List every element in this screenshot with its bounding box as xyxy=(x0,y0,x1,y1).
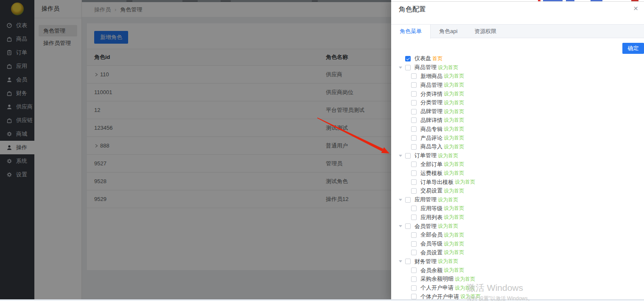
checkbox-unchecked[interactable] xyxy=(411,276,417,282)
checkbox-unchecked[interactable] xyxy=(411,206,417,211)
set-homepage-link[interactable]: 设为首页 xyxy=(444,161,464,168)
set-homepage-link[interactable]: 设为首页 xyxy=(455,276,475,283)
tree-node-label[interactable]: 应用管理 xyxy=(414,196,437,203)
checkbox-checked[interactable] xyxy=(405,56,411,61)
checkbox-unchecked[interactable] xyxy=(411,91,417,97)
checkbox-unchecked[interactable] xyxy=(411,294,417,299)
tree-node-label[interactable]: 会员余额 xyxy=(420,267,442,274)
checkbox-unchecked[interactable] xyxy=(411,268,417,273)
checkbox-unchecked[interactable] xyxy=(411,250,417,255)
set-homepage-link[interactable]: 设为首页 xyxy=(444,99,464,106)
confirm-button[interactable]: 确定 xyxy=(622,43,644,54)
checkbox-unchecked[interactable] xyxy=(411,170,417,176)
checkbox-unchecked[interactable] xyxy=(411,73,417,79)
set-homepage-link[interactable]: 设为首页 xyxy=(455,178,475,186)
set-homepage-link[interactable]: 设为首页 xyxy=(444,108,464,115)
set-homepage-link[interactable]: 设为首页 xyxy=(444,267,464,274)
set-homepage-link[interactable]: 设为首页 xyxy=(438,64,458,71)
checkbox-unchecked[interactable] xyxy=(405,65,411,70)
tree-node-label[interactable]: 采购余额明细 xyxy=(420,275,454,283)
checkbox-unchecked[interactable] xyxy=(411,162,417,167)
tab-3[interactable]: 资源权限 xyxy=(466,25,505,38)
set-homepage-link[interactable]: 设为首页 xyxy=(444,240,464,248)
tree-row: 应用等级设为首页 xyxy=(391,204,644,213)
tree-node-label[interactable]: 订单管理 xyxy=(414,152,437,159)
set-homepage-link[interactable]: 设为首页 xyxy=(444,249,464,256)
set-homepage-link[interactable]: 设为首页 xyxy=(444,125,464,133)
tree-node-label[interactable]: 商品管理 xyxy=(414,64,437,71)
tree-node-label[interactable]: 全部订单 xyxy=(420,161,442,168)
homepage-badge[interactable]: 首页 xyxy=(432,55,442,62)
tree-row: 品牌管理设为首页 xyxy=(391,107,644,116)
tree-row: 商品专辑设为首页 xyxy=(391,125,644,134)
checkbox-unchecked[interactable] xyxy=(411,117,417,123)
set-homepage-link[interactable]: 设为首页 xyxy=(444,170,464,177)
tree-node-label[interactable]: 产品评论 xyxy=(420,134,442,142)
tree-node-label[interactable]: 交易设置 xyxy=(420,187,442,195)
checkbox-unchecked[interactable] xyxy=(405,223,411,229)
set-homepage-link[interactable]: 设为首页 xyxy=(438,258,458,265)
tree-node-label[interactable]: 订单导出模板 xyxy=(420,178,454,186)
tab-2[interactable]: 角色api xyxy=(431,25,466,38)
tree-node-label[interactable]: 会员管理 xyxy=(414,223,437,230)
set-homepage-link[interactable]: 设为首页 xyxy=(444,72,464,80)
checkbox-unchecked[interactable] xyxy=(411,179,417,185)
tree-row: 会员管理设为首页 xyxy=(391,222,644,231)
checkbox-unchecked[interactable] xyxy=(411,285,417,291)
tree-node-label[interactable]: 商品管理 xyxy=(420,81,442,89)
set-homepage-link[interactable]: 设为首页 xyxy=(444,214,464,221)
tree-node-label[interactable]: 新增商品 xyxy=(420,72,442,80)
set-homepage-link[interactable]: 设为首页 xyxy=(444,134,464,142)
checkbox-unchecked[interactable] xyxy=(411,109,417,114)
tree-node-label[interactable]: 商品专辑 xyxy=(420,125,442,133)
checkbox-unchecked[interactable] xyxy=(405,259,411,264)
checkbox-unchecked[interactable] xyxy=(405,197,411,203)
checkbox-unchecked[interactable] xyxy=(411,144,417,150)
checkbox-unchecked[interactable] xyxy=(411,241,417,247)
tree-node-label[interactable]: 运费模板 xyxy=(420,170,442,177)
tree-node-label[interactable]: 分类详情 xyxy=(420,90,442,98)
tree-node-label[interactable]: 会员等级 xyxy=(420,240,442,248)
tree-node-label[interactable]: 应用列表 xyxy=(420,214,442,221)
set-homepage-link[interactable]: 设为首页 xyxy=(438,152,458,159)
drawer-mask[interactable] xyxy=(0,0,391,301)
tree-node-label[interactable]: 全部会员 xyxy=(420,231,442,239)
tree-collapse-icon[interactable] xyxy=(399,155,405,157)
tree-node-label[interactable]: 品牌管理 xyxy=(420,108,442,115)
close-icon[interactable]: × xyxy=(633,4,638,13)
tree-node-label[interactable]: 财务管理 xyxy=(414,258,437,265)
checkbox-unchecked[interactable] xyxy=(411,215,417,220)
set-homepage-link[interactable]: 设为首页 xyxy=(455,284,475,292)
tree-collapse-icon[interactable] xyxy=(399,199,405,201)
tree-collapse-icon[interactable] xyxy=(399,67,405,69)
tree-node-label[interactable]: 仪表盘 xyxy=(414,55,431,62)
set-homepage-link[interactable]: 设为首页 xyxy=(444,187,464,195)
tree-node-label[interactable]: 分类管理 xyxy=(420,99,442,106)
tree-node-label[interactable]: 品牌详情 xyxy=(420,117,442,124)
tree-row: 会员余额设为首页 xyxy=(391,266,644,275)
checkbox-unchecked[interactable] xyxy=(405,153,411,159)
checkbox-unchecked[interactable] xyxy=(411,135,417,141)
tree-node-label[interactable]: 商品导入 xyxy=(420,143,442,150)
tree-row: 个人开户申请设为首页 xyxy=(391,284,644,293)
set-homepage-link[interactable]: 设为首页 xyxy=(444,231,464,239)
checkbox-unchecked[interactable] xyxy=(411,232,417,238)
tree-row: 应用管理设为首页 xyxy=(391,195,644,204)
set-homepage-link[interactable]: 设为首页 xyxy=(438,196,458,203)
checkbox-unchecked[interactable] xyxy=(411,100,417,106)
checkbox-unchecked[interactable] xyxy=(411,188,417,194)
tree-node-label[interactable]: 个人开户申请 xyxy=(420,284,454,292)
set-homepage-link[interactable]: 设为首页 xyxy=(444,90,464,98)
set-homepage-link[interactable]: 设为首页 xyxy=(444,143,464,150)
set-homepage-link[interactable]: 设为首页 xyxy=(444,117,464,124)
tree-collapse-icon[interactable] xyxy=(399,260,405,262)
checkbox-unchecked[interactable] xyxy=(411,82,417,88)
tree-node-label[interactable]: 应用等级 xyxy=(420,205,442,212)
checkbox-unchecked[interactable] xyxy=(411,126,417,132)
set-homepage-link[interactable]: 设为首页 xyxy=(438,223,458,230)
tab-1[interactable]: 角色菜单 xyxy=(391,25,431,39)
tree-node-label[interactable]: 会员设置 xyxy=(420,249,442,256)
tree-collapse-icon[interactable] xyxy=(399,225,405,227)
set-homepage-link[interactable]: 设为首页 xyxy=(444,205,464,212)
set-homepage-link[interactable]: 设为首页 xyxy=(444,81,464,89)
